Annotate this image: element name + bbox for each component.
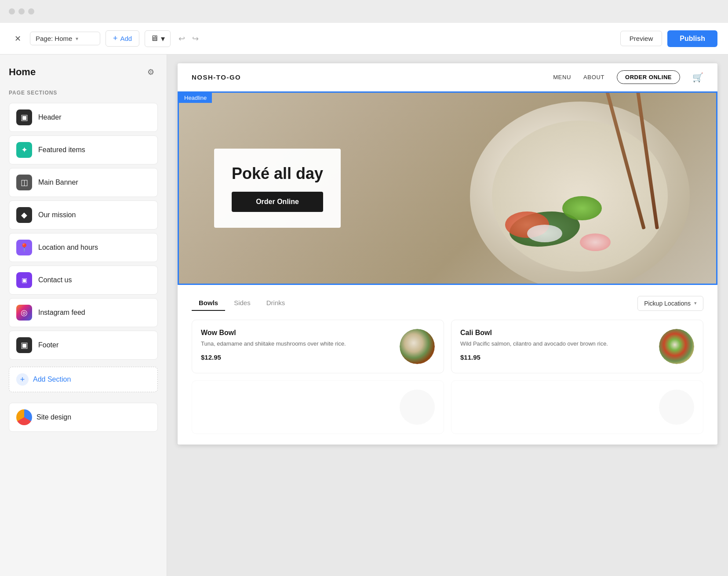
sidebar-header: Home ⚙ [9, 65, 158, 79]
device-selector[interactable]: 🖥 ▾ [145, 30, 171, 47]
titlebar-dot-red [9, 8, 15, 15]
sidebar-item-our-mission[interactable]: ◆ Our mission [9, 201, 158, 230]
food-white [527, 225, 562, 242]
food-card-desc: Tuna, edamame and shiitake mushrooms ove… [201, 339, 394, 348]
sidebar-item-featured-items[interactable]: ✦ Featured items [9, 135, 158, 164]
sidebar-item-label: Location and hours [38, 244, 98, 252]
food-card-cali-bowl[interactable]: Cali Bowl Wild Pacific salmon, cilantro … [451, 320, 703, 373]
sidebar: Home ⚙ PAGE SECTIONS ▣ Header ✦ Featured… [0, 55, 167, 576]
header-icon: ▣ [16, 109, 32, 125]
page-selector[interactable]: Page: Home ▾ [30, 32, 100, 45]
redo-button[interactable]: ↪ [189, 31, 201, 46]
sidebar-item-label: Contact us [38, 276, 72, 284]
page-selector-chevron: ▾ [76, 36, 78, 42]
titlebar-dot-green [28, 8, 34, 15]
food-card-price: $11.95 [460, 354, 654, 361]
featured-items-icon: ✦ [16, 142, 32, 158]
site-nav: NOSH-TO-GO MENU ABOUT ORDER ONLINE 🛒 [178, 63, 717, 91]
add-section-button[interactable]: + Add Section [9, 367, 158, 392]
bowl-image-1 [400, 329, 435, 364]
nav-link-menu[interactable]: MENU [553, 74, 571, 80]
featured-section: Bowls Sides Drinks Pickup Locations ▾ [178, 285, 717, 445]
tab-sides[interactable]: Sides [227, 295, 258, 311]
food-avocado [562, 196, 602, 220]
site-design-icon [16, 409, 32, 425]
food-card-wow-bowl[interactable]: Wow Bowl Tuna, edamame and shiitake mush… [192, 320, 444, 373]
nav-order-online-button[interactable]: ORDER ONLINE [617, 70, 680, 84]
food-cards-grid: Wow Bowl Tuna, edamame and shiitake mush… [192, 320, 703, 434]
titlebar-dot-yellow [18, 8, 25, 15]
add-section-label: Add Section [33, 375, 71, 383]
sidebar-item-label: Main Banner [38, 179, 78, 186]
bowl-image-2 [659, 329, 694, 364]
food-card-price: $12.95 [201, 354, 394, 361]
food-card-image-placeholder-2 [659, 390, 694, 425]
site-nav-links: MENU ABOUT ORDER ONLINE 🛒 [553, 70, 703, 84]
food-card-image [400, 329, 435, 364]
device-chevron: ▾ [161, 34, 165, 44]
page-sections-label: PAGE SECTIONS [9, 90, 158, 96]
food-card-image-placeholder [400, 390, 435, 425]
add-button[interactable]: + Add [106, 30, 139, 47]
food-card-image-cali [659, 329, 694, 364]
food-card-placeholder-2[interactable] [451, 380, 703, 434]
sidebar-item-label: Header [38, 113, 61, 121]
site-design-label: Site design [36, 413, 71, 421]
toolbar: ✕ Page: Home ▾ + Add 🖥 ▾ ↩ ↪ Preview Pub… [0, 23, 728, 55]
footer-icon: ▣ [16, 337, 32, 353]
food-card-info: Cali Bowl Wild Pacific salmon, cilantro … [460, 329, 654, 361]
food-card-info: Wow Bowl Tuna, edamame and shiitake mush… [201, 329, 394, 361]
undo-button[interactable]: ↩ [176, 31, 188, 46]
tab-bowls[interactable]: Bowls [192, 295, 225, 311]
add-label: Add [120, 35, 132, 42]
instagram-feed-icon: ◎ [16, 305, 32, 321]
sidebar-item-contact-us[interactable]: ▣ Contact us [9, 266, 158, 295]
hero-section[interactable]: Headline Poké all day Order Onli [178, 91, 717, 285]
website-preview: NOSH-TO-GO MENU ABOUT ORDER ONLINE 🛒 Hea… [178, 63, 717, 445]
pickup-dropdown-chevron: ▾ [694, 300, 697, 306]
site-logo: NOSH-TO-GO [192, 73, 241, 81]
sidebar-item-instagram-feed[interactable]: ◎ Instagram feed [9, 298, 158, 327]
sidebar-item-main-banner[interactable]: ◫ Main Banner [9, 168, 158, 197]
sidebar-item-location-hours[interactable]: 📍 Location and hours [9, 233, 158, 262]
plus-icon: + [113, 34, 118, 43]
sidebar-item-label: Our mission [38, 211, 76, 219]
featured-tabs: Bowls Sides Drinks Pickup Locations ▾ [192, 295, 703, 311]
food-card-placeholder-1[interactable] [192, 380, 444, 434]
nav-link-about[interactable]: ABOUT [583, 74, 604, 80]
food-card-name: Cali Bowl [460, 329, 654, 337]
cart-icon[interactable]: 🛒 [692, 72, 703, 83]
device-icon: 🖥 [150, 34, 158, 43]
preview-button[interactable]: Preview [620, 31, 662, 46]
site-design-item[interactable]: Site design [9, 403, 158, 432]
titlebar [0, 0, 728, 23]
food-radish [580, 233, 611, 251]
hero-title: Poké all day [232, 164, 323, 183]
main-content: Home ⚙ PAGE SECTIONS ▣ Header ✦ Featured… [0, 55, 728, 576]
food-card-name: Wow Bowl [201, 329, 394, 337]
page-selector-label: Page: Home [36, 35, 72, 42]
main-banner-icon: ◫ [16, 175, 32, 190]
sidebar-item-footer[interactable]: ▣ Footer [9, 331, 158, 360]
hero-order-online-button[interactable]: Order Online [232, 192, 323, 212]
settings-gear-icon[interactable]: ⚙ [144, 65, 158, 79]
our-mission-icon: ◆ [16, 207, 32, 223]
hero-section-label: Headline [179, 93, 212, 103]
contact-us-icon: ▣ [16, 272, 32, 288]
hero-content: Poké all day Order Online [214, 149, 341, 228]
close-button[interactable]: ✕ [11, 32, 25, 46]
publish-button[interactable]: Publish [667, 30, 717, 47]
add-section-plus-icon: + [16, 373, 29, 386]
sidebar-title: Home [9, 66, 36, 78]
food-card-desc: Wild Pacific salmon, cilantro and avocad… [460, 339, 654, 348]
sidebar-item-label: Footer [38, 341, 58, 349]
hero-bowl-image [470, 102, 690, 285]
pickup-locations-dropdown[interactable]: Pickup Locations ▾ [637, 296, 703, 311]
canvas: NOSH-TO-GO MENU ABOUT ORDER ONLINE 🛒 Hea… [167, 55, 728, 576]
app: ✕ Page: Home ▾ + Add 🖥 ▾ ↩ ↪ Preview Pub… [0, 23, 728, 576]
pickup-locations-label: Pickup Locations [644, 300, 691, 307]
undo-redo-group: ↩ ↪ [176, 31, 201, 46]
sidebar-item-label: Instagram feed [38, 309, 85, 317]
tab-drinks[interactable]: Drinks [259, 295, 292, 311]
sidebar-item-header[interactable]: ▣ Header [9, 103, 158, 132]
